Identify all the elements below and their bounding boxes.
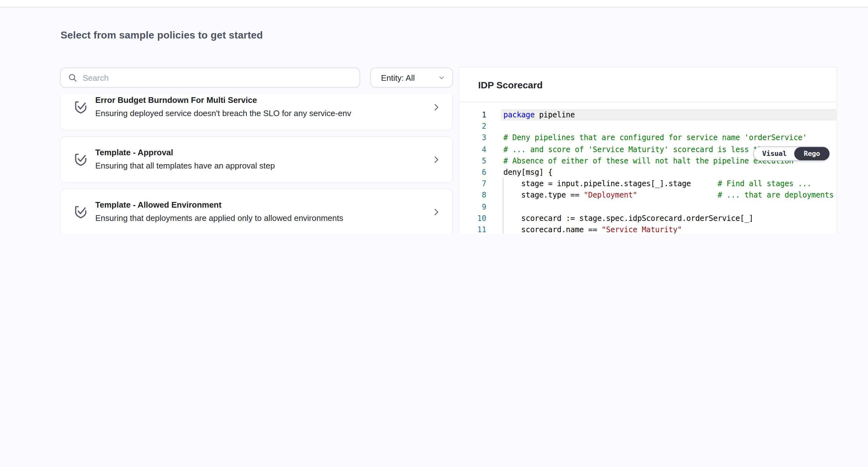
line-number: 10	[459, 212, 486, 224]
chevron-down-icon	[437, 73, 446, 82]
line-content: package pipeline	[501, 109, 836, 120]
rego-code-editor[interactable]: VisualRego 1 package pipeline 2 3 # Deny…	[459, 102, 836, 233]
code-line: 6 deny[msg] {	[459, 167, 836, 178]
code-token: scorecard.name ==	[503, 225, 601, 233]
line-content: stage = input.pipeline.stages[_].stage #…	[501, 178, 836, 189]
app-viewport: Select from sample policies to get start…	[0, 0, 868, 233]
code-line: 8 stage.type == "Deployment" # ... that …	[459, 189, 836, 201]
toggle-option-visual[interactable]: Visual	[754, 147, 795, 160]
line-number: 2	[459, 120, 486, 132]
code-line: 3 # Deny pipelines that are configured f…	[459, 132, 836, 144]
line-content: scorecard := stage.spec.idpScorecard.ord…	[501, 212, 836, 224]
policy-title: Template - Allowed Environment	[95, 200, 423, 210]
policy-card[interactable]: Error Budget Burndown For Multi Service …	[60, 95, 453, 130]
policy-title: Template - Approval	[95, 148, 423, 158]
code-line: 11 scorecard.name == "Service Maturity"	[459, 224, 836, 233]
code-line: 9	[459, 201, 836, 212]
top-bar	[0, 0, 868, 7]
code-line: 2	[459, 120, 836, 132]
code-token: "Deployment"	[584, 191, 638, 200]
policy-title: Error Budget Burndown For Multi Service	[95, 95, 423, 106]
code-token: # Deny pipelines that are configured for…	[503, 134, 807, 142]
code-token: # Find all stages ...	[718, 179, 811, 188]
chevron-right-icon	[432, 103, 441, 112]
code-line: 1 package pipeline	[459, 109, 836, 120]
line-number: 8	[459, 189, 486, 201]
policy-list: Error Budget Burndown For Multi Service …	[60, 95, 453, 233]
shield-check-icon	[72, 99, 89, 116]
line-content	[501, 120, 836, 132]
chevron-right-icon	[432, 155, 441, 165]
policy-description: Ensuring that deployments are applied on…	[95, 212, 423, 224]
search-box[interactable]	[60, 67, 360, 88]
toggle-option-rego[interactable]: Rego	[794, 147, 830, 160]
line-number: 4	[459, 144, 486, 155]
panel-title: IDP Scorecard	[478, 79, 543, 90]
code-line: 10 scorecard := stage.spec.idpScorecard.…	[459, 212, 836, 224]
policy-card[interactable]: Template - Approval Ensuring that all te…	[60, 136, 453, 183]
line-number: 3	[459, 132, 486, 144]
line-number: 7	[459, 178, 486, 189]
code-token: pipeline	[535, 111, 575, 119]
code-token: # Absence of either of these will not ha…	[503, 156, 794, 165]
panel-header: IDP Scorecard	[459, 67, 836, 102]
code-token: package	[503, 111, 535, 119]
policy-description: Ensuring deployed service doesn't breach…	[95, 107, 423, 119]
code-token: stage = input.pipeline.stages[_].stage	[503, 179, 691, 188]
code-token: stage.type ==	[503, 191, 584, 200]
code-token: # ... that are deployments	[718, 191, 834, 200]
line-content: scorecard.name == "Service Maturity"	[501, 224, 836, 233]
entity-filter-dropdown[interactable]: Entity: All	[370, 67, 453, 88]
indent-guide	[503, 178, 503, 233]
code-token: scorecard := stage.spec.idpScorecard.ord…	[503, 214, 753, 223]
line-number: 6	[459, 167, 486, 178]
code-token	[638, 191, 718, 200]
entity-filter-label: Entity: All	[381, 73, 437, 82]
shield-check-icon	[72, 204, 89, 220]
line-content	[501, 201, 836, 212]
code-token: # ... and score of 'Service Maturity' sc…	[503, 145, 789, 154]
line-number: 1	[459, 109, 486, 120]
policy-card[interactable]: Template - Allowed Environment Ensuring …	[60, 189, 453, 233]
search-input[interactable]	[78, 73, 360, 82]
line-content: # Deny pipelines that are configured for…	[501, 132, 836, 144]
policy-description: Ensuring that all templates have an appr…	[95, 160, 423, 172]
code-line: 7 stage = input.pipeline.stages[_].stage…	[459, 178, 836, 189]
code-token: deny[msg] {	[503, 168, 553, 177]
line-content: deny[msg] {	[501, 167, 836, 178]
line-number: 9	[459, 201, 486, 212]
code-token: "Service Maturity"	[601, 225, 682, 233]
code-token	[691, 179, 718, 188]
page-title: Select from sample policies to get start…	[61, 30, 263, 41]
line-number: 11	[459, 224, 486, 233]
chevron-right-icon	[432, 207, 441, 217]
line-number: 5	[459, 155, 486, 167]
search-icon	[67, 72, 78, 83]
line-content: stage.type == "Deployment" # ... that ar…	[501, 189, 836, 201]
visual-rego-toggle: VisualRego	[753, 146, 830, 161]
shield-check-icon	[72, 151, 89, 168]
policy-preview-panel: IDP Scorecard VisualRego 1 package pipel…	[459, 67, 837, 233]
